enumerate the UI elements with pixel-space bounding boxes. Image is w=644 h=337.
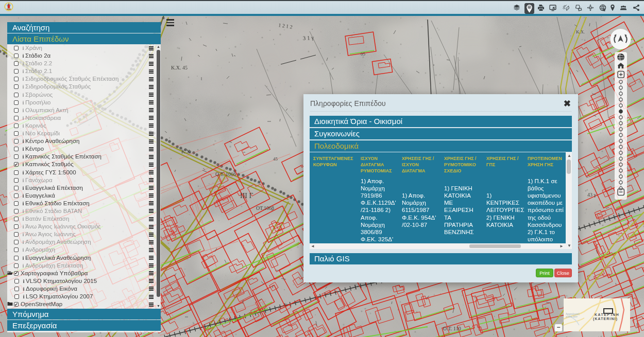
svg-text:45: 45	[273, 156, 278, 162]
svg-text:ΙΙΙ Γ: ΙΙΙ Γ	[240, 192, 253, 200]
svg-text:Κ.Χ. 45: Κ.Χ. 45	[171, 65, 188, 70]
svg-text:Κ.Χ.: Κ.Χ.	[181, 149, 191, 154]
svg-text:ΟΤ.106β: ΟΤ.106β	[256, 205, 274, 211]
svg-text:3 1 γ: 3 1 γ	[302, 34, 314, 41]
svg-text:ΚΑΤΕΡΊΝΗ: ΚΑΤΕΡΊΝΗ	[595, 313, 619, 316]
svg-text:(KATERINI): (KATERINI)	[593, 317, 618, 321]
svg-text:Ο.Τ. 1066: Ο.Τ. 1066	[215, 171, 236, 177]
svg-text:43 γ: 43 γ	[587, 192, 597, 198]
svg-text:Κ.Χ.: Κ.Χ.	[576, 29, 585, 34]
svg-text:05: 05	[361, 51, 366, 57]
svg-text:Ο.Τ. 110: Ο.Τ. 110	[443, 326, 461, 331]
svg-text:χώρος Δίον: χώρος Δίον	[566, 315, 578, 318]
